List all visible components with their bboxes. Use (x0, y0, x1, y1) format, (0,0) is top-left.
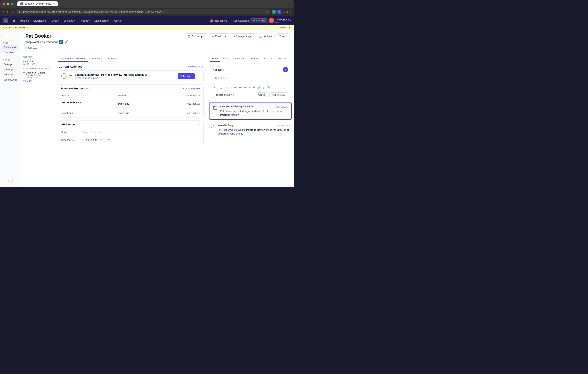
extension-teal[interactable]: ✦ (272, 10, 276, 14)
add-tags-button[interactable]: Add tags... ▾ (25, 46, 43, 51)
view-job-link[interactable]: View Job → (23, 80, 52, 82)
unordered-list-tool[interactable]: ☰ (252, 86, 256, 89)
tab-forms[interactable]: Forms (277, 55, 288, 62)
email-dropdown-icon[interactable]: ▾ (223, 35, 226, 38)
sidebar-item-job-postings[interactable]: Job Postings (2, 77, 18, 82)
help-button[interactable]: ? (8, 179, 13, 183)
browser-tab[interactable]: A Director of Design • Ashby ✕ (17, 1, 58, 6)
archive-button[interactable]: ⬒ Archive (256, 33, 274, 39)
add-note-button[interactable]: Add ⌘+Enter (269, 92, 288, 97)
left-sidebar: ← → ACTS Candidates Dashboard ADMIN Sett… (0, 30, 21, 187)
italic-tool[interactable]: I (217, 86, 219, 89)
feed-entry1-content: Calendar Availability Submitted Today, 3… (220, 105, 288, 117)
sidebar-item-interview[interactable]: Interview P... (2, 72, 18, 77)
nav-sourcing[interactable]: Sourcing ▾ (62, 18, 77, 23)
minimize-button[interactable] (7, 3, 9, 5)
credited-menu-icon[interactable]: ••• (107, 138, 110, 141)
email-button[interactable]: ✉ Email ▾ (209, 33, 229, 39)
nav-jobs[interactable]: Jobs ▾ (50, 18, 61, 23)
attachment-tool[interactable]: 📎 (267, 86, 271, 89)
new-tab-button[interactable]: + (61, 2, 63, 6)
change-stage-button[interactable]: » Change Stage (231, 33, 254, 39)
more-button[interactable]: More ▾ (276, 33, 289, 39)
search-button[interactable]: Search ⌘K (250, 18, 268, 23)
add-candidate-button[interactable]: + Add Candidate (231, 19, 250, 22)
source-search[interactable]: Search for source... (82, 131, 104, 134)
private-checkbox[interactable] (213, 94, 215, 96)
h3-tool[interactable]: H₃ (243, 86, 247, 89)
h2-tool[interactable]: H₂ (238, 86, 242, 89)
expand-icon[interactable]: ▶ (69, 73, 73, 77)
tab-emails[interactable]: Emails (249, 55, 261, 62)
attribution-header[interactable]: Attribution ∧ (58, 121, 203, 128)
arrows-icon (210, 125, 215, 129)
maximize-button[interactable] (10, 3, 13, 5)
forward-button[interactable]: › (6, 9, 9, 14)
bookmark-icon[interactable]: ☆ (266, 11, 268, 13)
code-tool[interactable]: </> (224, 86, 229, 89)
attribution-collapse-icon[interactable]: ∧ (199, 123, 200, 126)
note-textarea[interactable]: Add a note... (210, 75, 291, 84)
tab-resume[interactable]: Resume (105, 55, 120, 62)
address-bar: ‹ › ↻ 🔒 app.ashbyhq.com/jobs/877a196b-d8… (0, 8, 294, 16)
schedule-button[interactable]: Schedule ▾ (178, 73, 195, 79)
nav-pipeline[interactable]: Pipeline (18, 18, 31, 23)
info-icon[interactable]: ⓘ (233, 94, 235, 96)
nav-reports[interactable]: Reports ▾ (78, 18, 92, 23)
feed-entry1-name-link[interactable]: Pat Booker (220, 110, 232, 113)
progress-edit-icon[interactable]: ✏ (86, 87, 89, 90)
profile-button[interactable]: ⊡ (286, 10, 288, 13)
app-logo[interactable]: A (3, 18, 8, 23)
source-menu-icon[interactable]: ••• (106, 130, 109, 134)
back-button[interactable]: ‹ (2, 9, 5, 14)
notifications-button[interactable]: 🔔 Notifications (210, 19, 227, 22)
external-link-icon[interactable]: 🔗 (65, 40, 69, 44)
feed-entry2-name-link[interactable]: Pat Booker (218, 128, 230, 131)
user-menu[interactable]: Jane Ortega Acme ▾ (269, 18, 291, 23)
address-text: app.ashbyhq.com/jobs/877a196b-d8d6-48cd-… (22, 11, 265, 13)
h1-tool[interactable]: H₁ (233, 86, 237, 89)
quote-tool[interactable]: ❝ (230, 86, 232, 89)
cancel-note-button[interactable]: Cancel (256, 92, 268, 97)
ordered-list-tool[interactable]: ≡ (248, 86, 251, 89)
sidebar-item-openings[interactable]: Openings (2, 67, 18, 72)
nav-candidates[interactable]: Candidates ▾ (32, 18, 49, 23)
link-tool[interactable]: 🔗 (256, 86, 261, 89)
tab-summary[interactable]: Summary (89, 55, 105, 62)
bold-tool[interactable]: B (213, 86, 216, 89)
new-interview-button[interactable]: + New Interview (183, 87, 200, 90)
tab-feedback[interactable]: Feedback (233, 55, 248, 62)
sidebar-item-settings[interactable]: Settings (2, 62, 18, 67)
tab-close-icon[interactable]: ✕ (53, 3, 55, 5)
tab-feed[interactable]: Feed (210, 55, 220, 62)
close-button[interactable] (3, 3, 5, 5)
nav-admin[interactable]: Admin (112, 18, 123, 23)
back-nav-button[interactable]: ← (1, 34, 5, 37)
more-chevron-icon: ▾ (285, 35, 287, 38)
nav-home[interactable]: 🏠 (10, 18, 17, 23)
extension-blue[interactable]: A (277, 10, 281, 14)
tab-referrals[interactable]: Referrals (262, 55, 276, 62)
forward-nav-button[interactable]: → (6, 34, 9, 37)
new-activity-button[interactable]: + New Activity (188, 65, 203, 68)
refresh-button[interactable]: ↻ (10, 9, 14, 14)
menu-button[interactable]: ⋮ (289, 10, 292, 13)
underline-tool[interactable]: U (220, 86, 223, 89)
activity-menu-icon[interactable]: ••• (197, 73, 200, 77)
sidebar-item-dashboard[interactable]: Dashboard (2, 50, 18, 55)
tab-notes[interactable]: Notes (221, 55, 232, 62)
sidebar-item-candidates[interactable]: Candidates (2, 45, 18, 50)
follow-up-button[interactable]: ⏰ Follow Up... (185, 33, 208, 39)
tab-activities[interactable]: Activities & Progress (58, 55, 88, 62)
credited-label: Credited To (61, 139, 80, 141)
credited-chevron-icon[interactable]: ▾ (101, 139, 102, 141)
tabs-chevron-icon[interactable]: ⌄ (289, 2, 291, 5)
suggested-times-link[interactable]: suggested times (244, 110, 262, 113)
mention-tool[interactable]: @ (262, 86, 266, 89)
remove-tag-icon[interactable]: ✕ (98, 139, 100, 141)
address-field[interactable]: 🔒 app.ashbyhq.com/jobs/877a196b-d8d6-48c… (16, 9, 271, 14)
note-add-icon[interactable]: + (283, 67, 288, 72)
nav-dashboards[interactable]: Dashboards ▾ (93, 18, 111, 23)
linkedin-icon[interactable]: in (59, 40, 63, 44)
extensions-button[interactable]: ⧉ (283, 10, 284, 13)
